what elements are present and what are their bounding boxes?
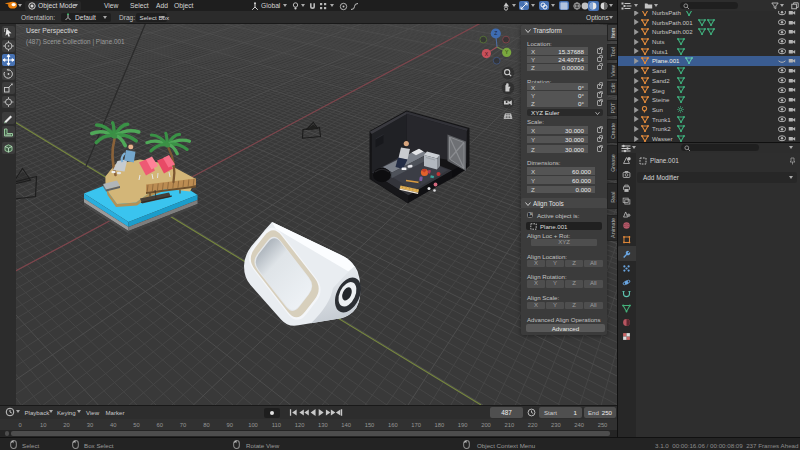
svg-text:Z: Z <box>494 30 497 36</box>
